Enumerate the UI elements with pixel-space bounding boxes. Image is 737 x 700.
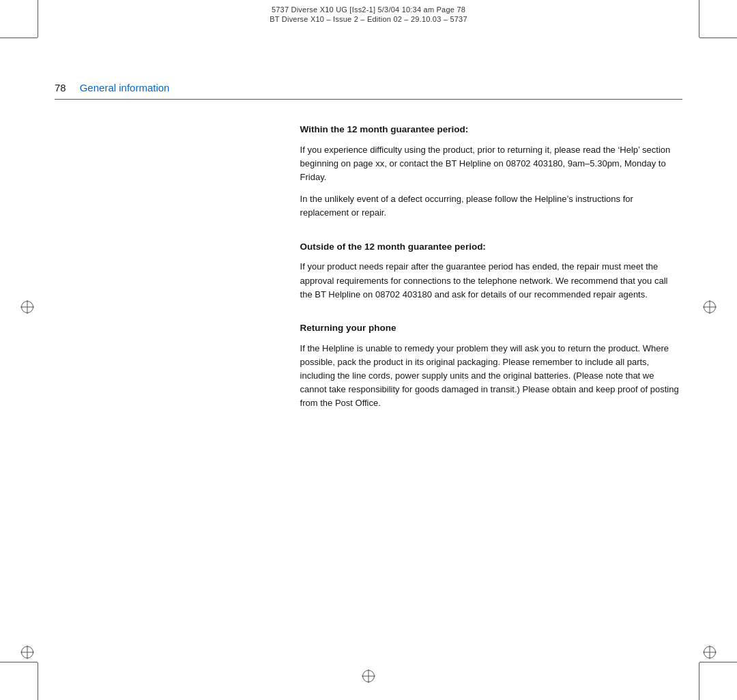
returning-phone-para-1: If the Helpline is unable to remedy your… (300, 342, 682, 411)
returning-phone-body: If the Helpline is unable to remedy your… (300, 342, 682, 411)
within-12-month-para-1: If you experience difficulty using the p… (300, 143, 682, 184)
outside-12-month-body: If your product needs repair after the g… (300, 260, 682, 301)
within-12-month-para-2: In the unlikely event of a defect occurr… (300, 192, 682, 220)
reg-mark-bottom-left (20, 645, 34, 659)
reg-mark-bottom-right (703, 645, 717, 659)
header-line2: BT Diverse X10 – Issue 2 – Edition 02 – … (0, 15, 737, 23)
section-title: General information (80, 82, 170, 93)
page-number-section: 78 General information (55, 48, 682, 93)
returning-phone-section: Returning your phone If the Helpline is … (300, 322, 682, 411)
header-line1: 5737 Diverse X10 UG [Iss2-1] 5/3/04 10:3… (0, 5, 737, 14)
reg-mark-top-right (703, 300, 717, 314)
outside-12-month-heading: Outside of the 12 month guarantee period… (300, 241, 682, 254)
outside-12-month-para-1: If your product needs repair after the g… (300, 260, 682, 301)
within-12-month-section: Within the 12 month guarantee period: If… (300, 123, 682, 220)
within-12-month-body: If you experience difficulty using the p… (300, 143, 682, 220)
returning-phone-heading: Returning your phone (300, 322, 682, 335)
two-column-layout: Within the 12 month guarantee period: If… (55, 100, 682, 577)
right-column: Within the 12 month guarantee period: If… (293, 100, 682, 577)
reg-mark-top-left (20, 300, 34, 314)
outside-12-month-section: Outside of the 12 month guarantee period… (300, 241, 682, 302)
reg-mark-bottom-center (362, 669, 375, 683)
page-number: 78 (55, 82, 66, 93)
page-content: 78 General information Within the 12 mon… (55, 48, 682, 652)
left-column (55, 100, 293, 577)
page-header: 5737 Diverse X10 UG [Iss2-1] 5/3/04 10:3… (0, 5, 737, 23)
within-12-month-heading: Within the 12 month guarantee period: (300, 123, 682, 136)
